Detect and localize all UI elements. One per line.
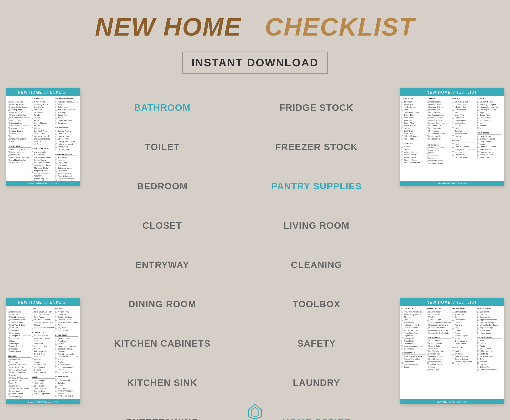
card-col-entertaining: ENTERTAINING CONT. Napkins, Paper & Line… bbox=[55, 98, 78, 186]
card-col-bathroom: . Hand Towels Bath Mat Toilet Disinfecta… bbox=[8, 308, 31, 398]
card-col-pantry: PANTRY SUPPLIES Baking Paper Plastic Wra… bbox=[427, 308, 452, 371]
cat-cleaning[interactable]: CLEANING bbox=[289, 258, 344, 272]
card-footer-bottom-right: LEAVINGHOME.COM.AU bbox=[400, 399, 504, 404]
cat-freezer-stock[interactable]: FREEZER STOCK bbox=[273, 140, 360, 154]
card-col-laundry: LAUNDRY Laundry Basket Washing Detergent… bbox=[477, 98, 502, 165]
cat-kitchen-sink[interactable]: KITCHEN SINK bbox=[125, 375, 200, 390]
card-header-top-left: NEW HOME CHECKLIST bbox=[6, 88, 80, 96]
card-col-toolbox: TOOLBOX Screwdriver Set Cordless Drill A… bbox=[452, 98, 477, 165]
cat-safety[interactable]: SAFETY bbox=[295, 336, 338, 351]
card-col-kitchen-cont: KITCHEN CONT. Potato Peeler Chopping Boa… bbox=[32, 98, 54, 186]
card-footer-top-left: LEAVINGHOME.COM.AU bbox=[6, 181, 80, 186]
card-footer-top-right: LEAVINGHOME.COM.AU bbox=[400, 181, 504, 186]
checklist-card-top-right: NEW HOME CHECKLIST LIVING ROOM Televisio… bbox=[400, 88, 504, 186]
cat-dining-room[interactable]: DINING ROOM bbox=[126, 297, 198, 311]
checklist-card-top-left: NEW HOME CHECKLIST . Kitchen Knives Chop… bbox=[6, 88, 80, 186]
card-col-kitchen-main: . Kitchen Knives Chopping Board Salad Bo… bbox=[8, 98, 31, 186]
instant-download-box[interactable]: INSTANT DOWNLOAD bbox=[182, 52, 328, 74]
cat-entertaining[interactable]: ENTERTAINING bbox=[124, 415, 201, 420]
logo-icon bbox=[247, 403, 263, 420]
card-col-toilet: TOILET Toilet Brush & Holder Toilet Disi… bbox=[32, 308, 55, 398]
main-title: NEW HOME CHECKLIST bbox=[0, 13, 510, 41]
cat-home-office[interactable]: HOME OFFICE bbox=[280, 415, 353, 420]
cat-pantry-supplies[interactable]: PANTRY SUPPLIES bbox=[269, 179, 364, 194]
card-col-spices: SPICES & HERBS Salt with Iodine Bay Leav… bbox=[452, 308, 477, 371]
page-title-section: NEW HOME CHECKLIST bbox=[0, 0, 510, 45]
cat-toilet[interactable]: TOILET bbox=[143, 140, 182, 154]
cat-closet[interactable]: CLOSET bbox=[140, 218, 184, 233]
cat-fridge-stock[interactable]: FRIDGE STOCK bbox=[277, 100, 355, 115]
cat-living-room[interactable]: LIVING ROOM bbox=[281, 218, 352, 233]
instant-download-label: INSTANT DOWNLOAD bbox=[192, 57, 318, 69]
cat-bathroom[interactable]: BATHROOM bbox=[132, 100, 193, 115]
cat-entryway[interactable]: ENTRYWAY bbox=[133, 258, 192, 272]
card-header-bottom-right: NEW HOME CHECKLIST bbox=[400, 298, 504, 306]
card-header-bottom-left: NEW HOME CHECKLIST bbox=[6, 298, 80, 306]
cat-toolbox[interactable]: TOOLBOX bbox=[290, 297, 343, 311]
card-col-fridge: FRIDGE STOCK Milk, Cow, Almond etc. Butt… bbox=[401, 308, 426, 371]
card-header-top-right: NEW HOME CHECKLIST bbox=[400, 88, 504, 96]
cat-bedroom[interactable]: BEDROOM bbox=[135, 179, 190, 194]
checklist-card-bottom-right: NEW HOME CHECKLIST FRIDGE STOCK Milk, Co… bbox=[400, 298, 504, 404]
card-col-living-room: LIVING ROOM Television Sound Bar Media C… bbox=[401, 98, 426, 165]
card-col-cleaning: CLEANING Indoor Broom Outdoor Broom Dust… bbox=[427, 98, 452, 165]
cat-laundry[interactable]: LAUNDRY bbox=[291, 375, 342, 390]
card-footer-bottom-left: LEAVINGHOME.COM.AU bbox=[6, 399, 80, 404]
checklist-card-bottom-left: NEW HOME CHECKLIST . Hand Towels Bath Ma… bbox=[6, 298, 80, 404]
title-new-home: NEW HOME bbox=[95, 13, 242, 41]
card-col-entryway-dining: ENTRYWAY Welcome Mat Area Rug Coat & Hat… bbox=[55, 308, 78, 398]
card-col-oils: OILS & VINEGARS Canola Oil Olive Oil Ses… bbox=[477, 308, 502, 371]
cat-kitchen-cabinets[interactable]: KITCHEN CABINETS bbox=[112, 336, 213, 351]
title-checklist: CHECKLIST bbox=[265, 13, 415, 41]
